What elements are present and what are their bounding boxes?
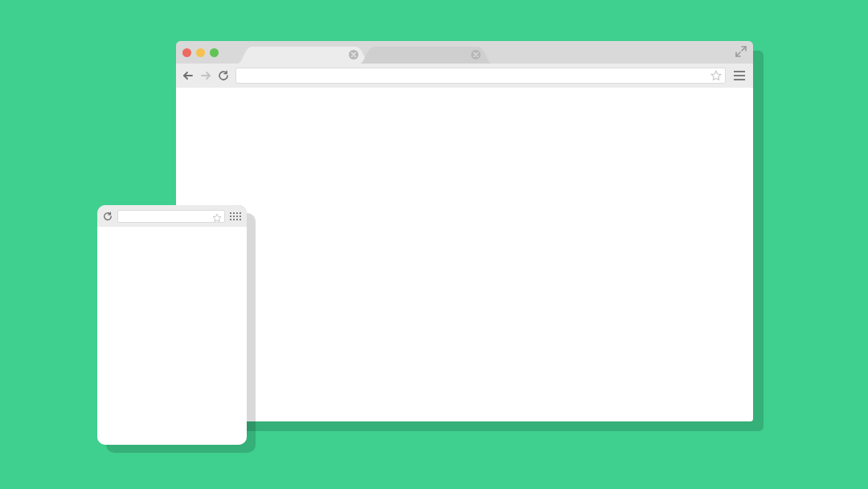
mobile-menu-button[interactable] [230, 212, 241, 220]
back-button[interactable] [182, 70, 194, 81]
window-zoom-button[interactable] [210, 48, 219, 57]
svg-marker-1 [213, 214, 221, 222]
address-bar[interactable] [235, 68, 726, 84]
mobile-reload-button[interactable] [103, 212, 113, 221]
bookmark-star-icon[interactable] [710, 70, 722, 84]
browser-tab-active[interactable] [238, 47, 370, 64]
mobile-page-content [97, 227, 247, 445]
reload-button[interactable] [218, 70, 229, 81]
desktop-tab-bar [176, 41, 753, 64]
tab-strip [238, 41, 492, 64]
mobile-address-bar[interactable] [117, 210, 225, 223]
desktop-browser-window [176, 41, 753, 421]
tab-close-button[interactable] [349, 50, 358, 60]
mobile-toolbar [97, 205, 247, 227]
browser-tab-inactive[interactable] [360, 47, 492, 64]
mobile-browser-window [97, 205, 247, 445]
svg-marker-0 [711, 71, 721, 80]
desktop-toolbar [176, 64, 753, 88]
menu-button[interactable] [732, 69, 747, 82]
desktop-page-content [176, 88, 753, 421]
window-minimize-button[interactable] [196, 48, 205, 57]
window-close-button[interactable] [182, 48, 191, 57]
forward-button[interactable] [200, 70, 211, 81]
mobile-bookmark-star-icon[interactable] [212, 212, 222, 226]
enter-fullscreen-icon[interactable] [735, 46, 747, 60]
tab-close-button[interactable] [471, 50, 481, 60]
window-controls [182, 48, 219, 57]
